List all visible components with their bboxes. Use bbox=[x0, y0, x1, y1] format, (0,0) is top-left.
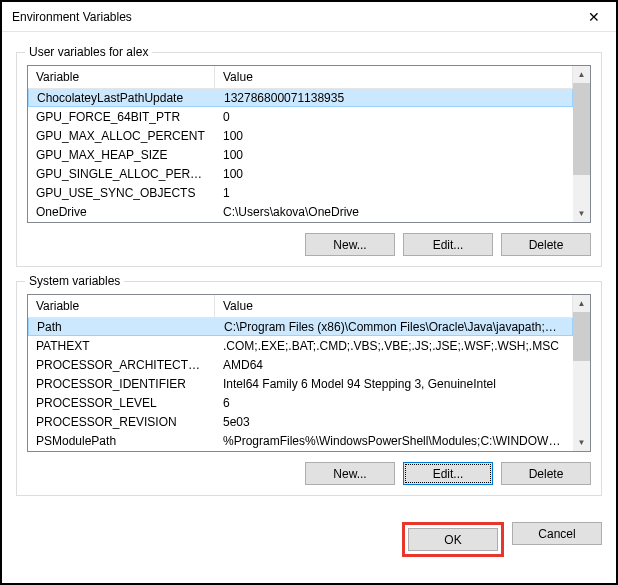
close-icon: ✕ bbox=[588, 9, 600, 25]
cell-variable: OneDrive bbox=[28, 204, 215, 220]
cell-variable: PROCESSOR_LEVEL bbox=[28, 395, 215, 411]
user-list-body: Variable Value ChocolateyLastPathUpdate1… bbox=[28, 66, 573, 222]
cell-value: 1 bbox=[215, 185, 573, 201]
user-list-header[interactable]: Variable Value bbox=[28, 66, 573, 89]
system-scrollbar[interactable]: ▲ ▼ bbox=[573, 295, 590, 451]
user-list-rows: ChocolateyLastPathUpdate1327868000711389… bbox=[28, 89, 573, 221]
user-variables-group: User variables for alex Variable Value C… bbox=[16, 52, 602, 267]
table-row[interactable]: PROCESSOR_ARCHITECTUREAMD64 bbox=[28, 355, 573, 374]
system-list-body: Variable Value PathC:\Program Files (x86… bbox=[28, 295, 573, 451]
user-edit-button[interactable]: Edit... bbox=[403, 233, 493, 256]
scroll-down-icon[interactable]: ▼ bbox=[573, 205, 590, 222]
window-title: Environment Variables bbox=[12, 10, 571, 24]
user-col-variable[interactable]: Variable bbox=[28, 66, 215, 88]
table-row[interactable]: ChocolateyLastPathUpdate1327868000711389… bbox=[28, 89, 573, 107]
dialog-footer: OK Cancel bbox=[2, 520, 616, 567]
cell-value: 100 bbox=[215, 147, 573, 163]
system-list-header[interactable]: Variable Value bbox=[28, 295, 573, 318]
cell-value: 0 bbox=[215, 109, 573, 125]
user-col-value[interactable]: Value bbox=[215, 66, 573, 88]
user-delete-button[interactable]: Delete bbox=[501, 233, 591, 256]
scroll-thumb[interactable] bbox=[573, 83, 590, 175]
cell-value: 100 bbox=[215, 166, 573, 182]
cell-value: 5e03 bbox=[215, 414, 573, 430]
table-row[interactable]: GPU_MAX_ALLOC_PERCENT100 bbox=[28, 126, 573, 145]
table-row[interactable]: GPU_MAX_HEAP_SIZE100 bbox=[28, 145, 573, 164]
table-row[interactable]: GPU_SINGLE_ALLOC_PERCE...100 bbox=[28, 164, 573, 183]
cell-value: %ProgramFiles%\WindowsPowerShell\Modules… bbox=[215, 433, 573, 449]
table-row[interactable]: PATHEXT.COM;.EXE;.BAT;.CMD;.VBS;.VBE;.JS… bbox=[28, 336, 573, 355]
cell-variable: GPU_MAX_HEAP_SIZE bbox=[28, 147, 215, 163]
ok-highlight: OK bbox=[402, 522, 504, 557]
cell-variable: PROCESSOR_ARCHITECTURE bbox=[28, 357, 215, 373]
cell-variable: Path bbox=[29, 319, 216, 335]
ok-button[interactable]: OK bbox=[408, 528, 498, 551]
user-button-row: New... Edit... Delete bbox=[27, 233, 591, 256]
cell-variable: PSModulePath bbox=[28, 433, 215, 449]
table-row[interactable]: PROCESSOR_REVISION5e03 bbox=[28, 412, 573, 431]
cancel-button[interactable]: Cancel bbox=[512, 522, 602, 545]
cell-value: 100 bbox=[215, 128, 573, 144]
scroll-track[interactable] bbox=[573, 312, 590, 434]
system-variables-group: System variables Variable Value PathC:\P… bbox=[16, 281, 602, 496]
scroll-up-icon[interactable]: ▲ bbox=[573, 66, 590, 83]
system-col-variable[interactable]: Variable bbox=[28, 295, 215, 317]
cell-variable: PATHEXT bbox=[28, 338, 215, 354]
scroll-up-icon[interactable]: ▲ bbox=[573, 295, 590, 312]
system-delete-button[interactable]: Delete bbox=[501, 462, 591, 485]
user-new-button[interactable]: New... bbox=[305, 233, 395, 256]
cell-variable: GPU_SINGLE_ALLOC_PERCE... bbox=[28, 166, 215, 182]
system-variables-list[interactable]: Variable Value PathC:\Program Files (x86… bbox=[27, 294, 591, 452]
system-button-row: New... Edit... Delete bbox=[27, 462, 591, 485]
table-row[interactable]: OneDriveC:\Users\akova\OneDrive bbox=[28, 202, 573, 221]
system-col-value[interactable]: Value bbox=[215, 295, 573, 317]
cell-value: C:\Users\akova\OneDrive bbox=[215, 204, 573, 220]
user-group-label: User variables for alex bbox=[25, 45, 152, 59]
dialog-content: User variables for alex Variable Value C… bbox=[2, 32, 616, 520]
titlebar: Environment Variables ✕ bbox=[2, 2, 616, 32]
table-row[interactable]: PROCESSOR_IDENTIFIERIntel64 Family 6 Mod… bbox=[28, 374, 573, 393]
system-edit-button[interactable]: Edit... bbox=[403, 462, 493, 485]
close-button[interactable]: ✕ bbox=[571, 2, 616, 32]
system-list-rows: PathC:\Program Files (x86)\Common Files\… bbox=[28, 318, 573, 450]
cell-value: 132786800071138935 bbox=[216, 90, 572, 106]
cell-variable: GPU_FORCE_64BIT_PTR bbox=[28, 109, 215, 125]
scroll-down-icon[interactable]: ▼ bbox=[573, 434, 590, 451]
cell-variable: ChocolateyLastPathUpdate bbox=[29, 90, 216, 106]
user-variables-list[interactable]: Variable Value ChocolateyLastPathUpdate1… bbox=[27, 65, 591, 223]
cell-value: AMD64 bbox=[215, 357, 573, 373]
cell-value: .COM;.EXE;.BAT;.CMD;.VBS;.VBE;.JS;.JSE;.… bbox=[215, 338, 573, 354]
cell-variable: PROCESSOR_REVISION bbox=[28, 414, 215, 430]
cell-value: C:\Program Files (x86)\Common Files\Orac… bbox=[216, 319, 572, 335]
scroll-track[interactable] bbox=[573, 83, 590, 205]
user-scrollbar[interactable]: ▲ ▼ bbox=[573, 66, 590, 222]
table-row[interactable]: PSModulePath%ProgramFiles%\WindowsPowerS… bbox=[28, 431, 573, 450]
table-row[interactable]: PathC:\Program Files (x86)\Common Files\… bbox=[28, 318, 573, 336]
cell-value: Intel64 Family 6 Model 94 Stepping 3, Ge… bbox=[215, 376, 573, 392]
system-new-button[interactable]: New... bbox=[305, 462, 395, 485]
cell-variable: GPU_MAX_ALLOC_PERCENT bbox=[28, 128, 215, 144]
table-row[interactable]: PROCESSOR_LEVEL6 bbox=[28, 393, 573, 412]
system-group-label: System variables bbox=[25, 274, 124, 288]
cell-value: 6 bbox=[215, 395, 573, 411]
table-row[interactable]: GPU_FORCE_64BIT_PTR0 bbox=[28, 107, 573, 126]
cell-variable: PROCESSOR_IDENTIFIER bbox=[28, 376, 215, 392]
scroll-thumb[interactable] bbox=[573, 312, 590, 361]
cell-variable: GPU_USE_SYNC_OBJECTS bbox=[28, 185, 215, 201]
table-row[interactable]: GPU_USE_SYNC_OBJECTS1 bbox=[28, 183, 573, 202]
